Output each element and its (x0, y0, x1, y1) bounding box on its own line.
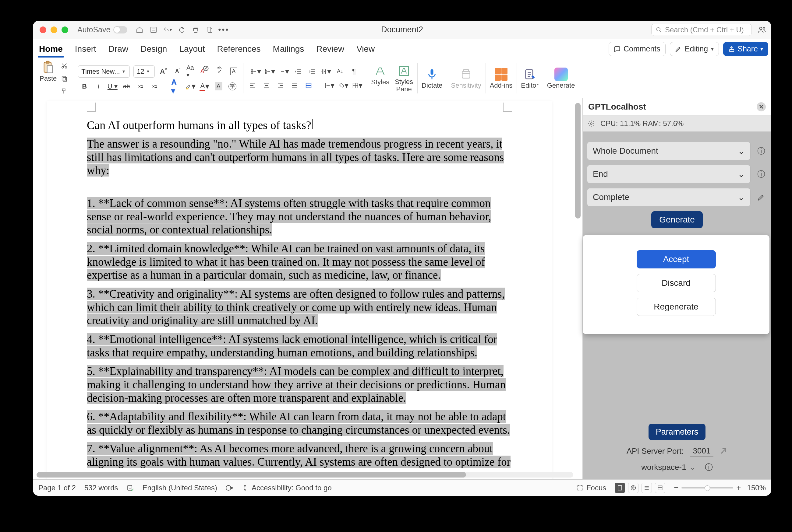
phonetic-guide-icon[interactable]: abc✓ (215, 66, 225, 77)
share-button[interactable]: Share ▾ (723, 42, 768, 56)
align-left-icon[interactable] (247, 80, 258, 91)
character-border-icon[interactable]: A (228, 66, 239, 77)
page-indicator[interactable]: Page 1 of 2 (38, 483, 76, 492)
sort-icon[interactable]: A↓ (335, 66, 345, 77)
zoom-control[interactable]: − + 150% (674, 483, 766, 492)
tab-draw[interactable]: Draw (107, 41, 129, 57)
font-size-select[interactable]: 12▾ (133, 65, 155, 78)
zoom-in-icon[interactable]: + (736, 483, 741, 492)
line-spacing-icon[interactable]: ▾ (324, 80, 334, 91)
enclose-characters-icon[interactable]: 字 (227, 81, 238, 92)
spellcheck-icon[interactable] (127, 484, 134, 492)
mode-select[interactable]: Complete⌄ (587, 188, 751, 206)
language-indicator[interactable]: English (United States) (143, 483, 217, 492)
api-port-value[interactable]: 3001 (690, 445, 714, 457)
italic-icon[interactable]: I (93, 81, 104, 92)
paragraph-marks-icon[interactable]: ¶ (349, 66, 359, 77)
numbering-icon[interactable]: 123▾ (265, 66, 275, 77)
addins-button[interactable]: Add-ins (490, 68, 513, 90)
shading-icon[interactable]: ▾ (338, 80, 349, 91)
editing-mode-button[interactable]: Editing ▾ (670, 42, 719, 56)
strikethrough-icon[interactable]: ab (121, 81, 132, 92)
position-select[interactable]: End⌄ (587, 165, 751, 183)
bullets-icon[interactable]: ▾ (251, 66, 261, 77)
scope-select[interactable]: Whole Document⌄ (587, 142, 751, 160)
text-direction-icon[interactable]: ▾ (321, 66, 331, 77)
info-icon[interactable]: ⓘ (755, 145, 767, 157)
close-window-icon[interactable] (40, 26, 46, 33)
align-right-icon[interactable] (275, 80, 286, 91)
superscript-icon[interactable]: x2 (149, 81, 160, 92)
decrease-indent-icon[interactable] (293, 66, 303, 77)
edit-icon[interactable] (755, 191, 767, 203)
clear-formatting-icon[interactable]: A⊘ (200, 66, 211, 77)
autosave-toggle[interactable]: AutoSave (77, 25, 127, 34)
regenerate-button[interactable]: Regenerate (637, 298, 716, 316)
horizontal-scrollbar[interactable] (37, 472, 573, 477)
align-center-icon[interactable] (261, 80, 272, 91)
zoom-value[interactable]: 150% (747, 483, 766, 492)
word-count[interactable]: 532 words (85, 483, 118, 492)
distributed-icon[interactable] (303, 80, 314, 91)
close-pane-button[interactable]: ✕ (757, 102, 766, 111)
shrink-font-icon[interactable]: Aˇ (172, 66, 183, 77)
comments-button[interactable]: Comments (609, 42, 666, 56)
template-icon[interactable] (205, 25, 214, 34)
info-icon[interactable]: ⓘ (755, 168, 767, 180)
text-effects-icon[interactable]: A ▾ (171, 81, 182, 92)
tab-layout[interactable]: Layout (178, 41, 206, 57)
redo-icon[interactable] (177, 25, 186, 34)
styles-button[interactable]: Styles (371, 64, 389, 92)
format-painter-icon[interactable] (59, 86, 70, 96)
more-icon[interactable]: ••• (219, 25, 228, 34)
multilevel-list-icon[interactable]: ▾ (279, 66, 289, 77)
zoom-slider[interactable] (681, 487, 733, 489)
generate-button[interactable]: Generate (547, 68, 575, 90)
font-name-select[interactable]: Times New...▾ (78, 65, 130, 78)
save-icon[interactable] (149, 25, 158, 34)
view-web-icon[interactable] (628, 483, 639, 493)
view-outline-icon[interactable] (642, 483, 652, 493)
print-icon[interactable] (191, 25, 200, 34)
tab-review[interactable]: Review (315, 41, 346, 57)
connector-icon[interactable] (719, 447, 727, 455)
dictate-button[interactable]: Dictate (422, 68, 442, 90)
minimize-window-icon[interactable] (51, 26, 57, 33)
parameters-button[interactable]: Parameters (648, 424, 706, 440)
macro-record-icon[interactable] (226, 485, 233, 491)
bold-icon[interactable]: B (79, 81, 90, 92)
tab-mailings[interactable]: Mailings (272, 41, 306, 57)
borders-icon[interactable]: ▾ (352, 80, 363, 91)
document-page[interactable]: Can AI outperform humans in all types of… (47, 101, 552, 479)
zoom-out-icon[interactable]: − (674, 483, 678, 492)
copy-icon[interactable] (59, 73, 70, 84)
character-shading-icon[interactable]: A (213, 81, 224, 92)
vertical-scrollbar[interactable] (575, 101, 581, 460)
tab-insert[interactable]: Insert (74, 41, 97, 57)
justify-icon[interactable] (289, 80, 300, 91)
home-icon[interactable] (135, 25, 144, 34)
editor-button[interactable]: Editor (521, 68, 538, 90)
switch-icon[interactable] (113, 26, 127, 34)
accept-button[interactable]: Accept (637, 250, 716, 268)
tab-design[interactable]: Design (139, 41, 168, 57)
view-draft-icon[interactable] (655, 483, 665, 493)
focus-mode-button[interactable]: Focus (577, 483, 606, 492)
font-color-icon[interactable]: A ▾ (199, 81, 209, 92)
collaborators-icon[interactable] (757, 25, 767, 34)
subscript-icon[interactable]: x2 (135, 81, 146, 92)
grow-font-icon[interactable]: A^ (159, 66, 169, 77)
highlight-icon[interactable]: ▾ (185, 81, 196, 92)
workspace-value[interactable]: workspace-1 (641, 462, 686, 472)
view-print-icon[interactable] (615, 483, 625, 493)
info-icon[interactable]: ⓘ (705, 462, 713, 473)
pane-generate-button[interactable]: Generate (651, 211, 703, 228)
tab-view[interactable]: View (355, 41, 376, 57)
search-input[interactable]: Search (Cmd + Ctrl + U) (651, 24, 752, 36)
increase-indent-icon[interactable] (307, 66, 317, 77)
discard-button[interactable]: Discard (637, 274, 716, 292)
styles-pane-button[interactable]: Styles Pane (395, 64, 413, 92)
paste-button[interactable]: Paste (40, 61, 57, 82)
tab-references[interactable]: References (216, 41, 262, 57)
document-area[interactable]: Can AI outperform humans in all types of… (33, 98, 583, 479)
